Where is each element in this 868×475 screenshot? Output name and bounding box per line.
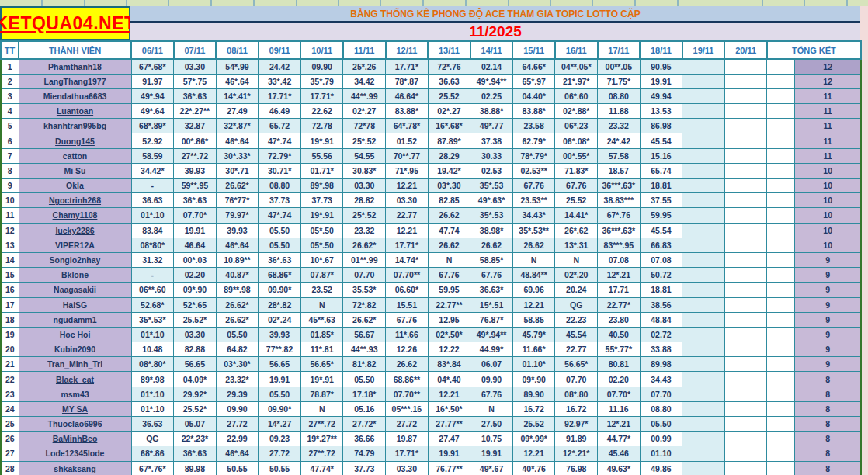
score-cell-06-11[interactable]: 91.97 [131,74,174,88]
score-cell-10-11[interactable]: 19*.91 [300,133,343,148]
column-header-date-17-11[interactable]: 17/11 [598,41,641,59]
score-cell-15-11[interactable]: 09*.90 [512,372,555,387]
score-cell-09-11[interactable]: 09.90* [259,401,301,416]
score-cell-16-11[interactable]: 07.70 [555,372,598,387]
member-name-link[interactable]: Miendathua6683 [19,88,131,103]
score-cell-18-11[interactable]: 18.81 [640,179,682,193]
score-cell-06-11[interactable]: 49*.64 [131,104,174,119]
score-cell-20-11-empty[interactable] [724,252,767,267]
member-name-link[interactable]: Okla [19,179,131,193]
score-cell-13-11[interactable]: 02*.50* [428,327,470,342]
score-cell-20-11-empty[interactable] [724,297,767,312]
score-cell-07-11[interactable]: 36*.63 [174,446,217,461]
member-name-link[interactable]: BaMinhBeo [19,432,131,446]
score-cell-19-11-empty[interactable] [682,104,725,119]
score-cell-15-11[interactable]: 48.84** [512,268,555,283]
score-cell-19-11-empty[interactable] [682,133,725,148]
score-cell-17-11[interactable]: 07.08 [598,252,641,267]
score-cell-12-11[interactable]: 01.52 [386,133,429,148]
score-cell-14-11[interactable]: 49*.67 [470,461,513,475]
column-header-date-20-11[interactable]: 20/11 [724,41,767,59]
score-cell-11-11[interactable]: 56.67 [343,327,386,342]
score-cell-14-11[interactable]: 49*.94** [470,327,513,342]
score-cell-10-11[interactable]: 47.74* [300,461,343,475]
score-cell-19-11-empty[interactable] [682,432,725,446]
score-cell-15-11[interactable]: 67.76 [512,179,555,193]
score-cell-19-11-empty[interactable] [682,327,725,342]
score-cell-11-11[interactable]: 44**.93 [343,342,386,357]
score-cell-10-11[interactable]: 05*.50 [300,223,343,238]
score-cell-13-11[interactable]: 04*.40 [428,372,470,387]
score-cell-11-11[interactable]: 01**.99 [343,252,386,267]
score-cell-15-11[interactable]: 01.10* [512,357,555,372]
score-cell-18-11[interactable]: 07.08 [640,252,682,267]
score-cell-16-11[interactable]: 22.23 [555,312,598,327]
score-cell-11-11[interactable]: 72*78 [343,119,386,133]
column-header-date-08-11[interactable]: 08/11 [216,41,259,59]
score-cell-08-11[interactable]: 50.55 [216,461,259,475]
score-cell-19-11-empty[interactable] [682,461,725,475]
member-name-link[interactable]: HaiSG [19,297,131,312]
score-cell-15-11[interactable]: 26.62 [512,238,555,252]
score-cell-12-11[interactable]: 12.21 [386,179,429,193]
column-header-member[interactable]: THÀNH VIÊN [19,41,131,59]
score-cell-13-11[interactable]: 02*.27 [428,104,470,119]
score-cell-06-11[interactable]: 52.68* [131,297,174,312]
score-cell-09-11[interactable]: 39.93 [259,327,301,342]
score-cell-20-11-empty[interactable] [724,119,767,133]
score-cell-11-11[interactable]: 26.62* [343,238,386,252]
score-cell-15-11[interactable]: 11.66* [512,342,555,357]
score-cell-10-11[interactable]: 72.78 [300,119,343,133]
score-cell-08-11[interactable]: 46*.64 [216,74,259,88]
score-cell-17-11[interactable]: 08.80 [598,88,641,103]
score-cell-18-11[interactable]: 90.95 [640,59,682,74]
score-cell-14-11[interactable]: 38.88* [470,104,513,119]
score-cell-18-11[interactable]: 00.99 [640,432,682,446]
score-cell-16-11[interactable]: 91.89 [555,432,598,446]
score-cell-13-11[interactable]: 47.74 [428,223,470,238]
score-cell-17-11[interactable]: 18.57 [598,163,641,178]
score-cell-19-11-empty[interactable] [682,342,725,357]
score-cell-07-11[interactable]: 36*.63 [174,193,217,208]
score-cell-07-11[interactable]: 03.30 [174,327,217,342]
score-cell-15-11[interactable]: 89.90 [512,387,555,401]
score-cell-14-11[interactable]: 49*.77 [470,119,513,133]
score-cell-17-11[interactable]: 11.88 [598,104,641,119]
score-cell-06-11[interactable]: 35*.53* [131,312,174,327]
score-cell-15-11[interactable]: 34.43* [512,208,555,223]
score-cell-06-11[interactable]: 01*.10 [131,208,174,223]
score-cell-14-11[interactable]: 35*.53 [470,179,513,193]
score-cell-06-11[interactable]: 67*.68* [131,59,174,74]
score-cell-07-11[interactable]: 29.92* [174,387,217,401]
score-cell-07-11[interactable]: 56.65 [174,357,217,372]
score-cell-20-11-empty[interactable] [724,432,767,446]
score-cell-19-11-empty[interactable] [682,238,725,252]
column-header-total[interactable]: TỔNG KẾT [767,41,861,59]
score-cell-10-11[interactable]: 19*.27** [300,432,343,446]
score-cell-17-11[interactable]: 12*.21 [598,417,641,432]
member-name-link[interactable]: Bklone [19,268,131,283]
score-cell-17-11[interactable]: 57.58 [598,148,641,163]
column-header-date-12-11[interactable]: 12/11 [386,41,429,59]
score-cell-07-11[interactable]: 89.98 [174,461,217,475]
score-cell-14-11[interactable]: 44.99* [470,342,513,357]
score-cell-12-11[interactable]: 14.74* [386,252,429,267]
score-cell-13-11[interactable]: 03*.30 [428,179,470,193]
score-cell-18-11[interactable]: 15.16 [640,148,682,163]
score-cell-19-11-empty[interactable] [682,446,725,461]
score-cell-08-11[interactable]: 23.32* [216,372,259,387]
score-cell-11-11[interactable]: 25*.26 [343,59,386,74]
score-cell-13-11[interactable]: 12.95 [428,312,470,327]
score-cell-14-11[interactable]: 02.53 [470,163,513,178]
score-cell-14-11[interactable]: 15*.51 [470,297,513,312]
score-cell-17-11[interactable]: 23.80 [598,312,641,327]
score-cell-20-11-empty[interactable] [724,163,767,178]
score-cell-16-11[interactable]: 76.98 [555,461,598,475]
score-cell-13-11[interactable]: 82.85 [428,193,470,208]
score-cell-08-11[interactable]: 40.87* [216,268,259,283]
score-cell-20-11-empty[interactable] [724,238,767,252]
score-cell-09-11[interactable]: 19.91 [259,372,301,387]
column-header-date-15-11[interactable]: 15/11 [512,41,555,59]
score-cell-15-11[interactable]: N [512,252,555,267]
score-cell-13-11[interactable]: 16*.68* [428,119,470,133]
